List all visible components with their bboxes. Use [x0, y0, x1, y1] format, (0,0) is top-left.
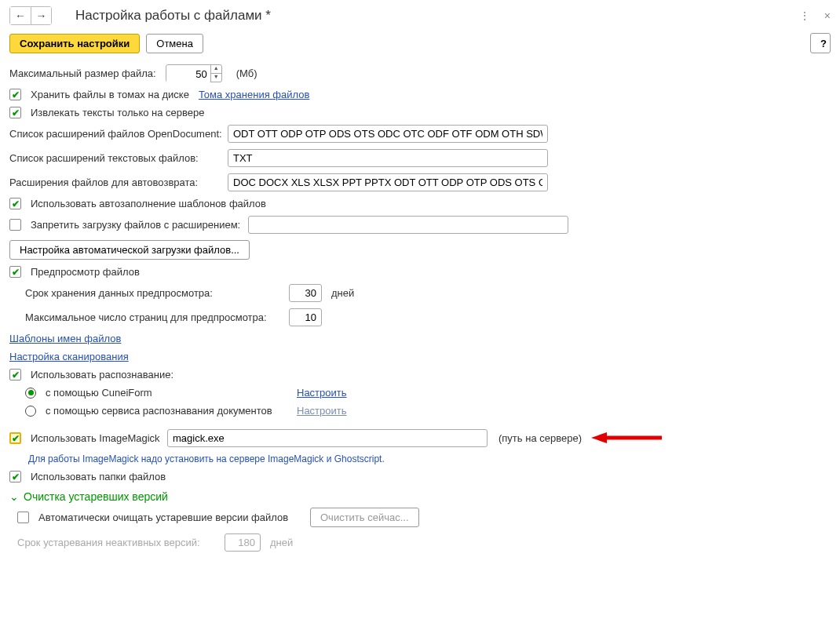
imagemagick-checkbox[interactable] — [9, 432, 21, 444]
use-folders-row: Использовать папки файлов — [9, 468, 831, 486]
rec-cuneiform-row: с помощью CuneiForm Настроить — [9, 384, 831, 402]
imagemagick-path-input[interactable] — [167, 429, 488, 447]
scan-settings-row: Настройка сканирования — [9, 348, 831, 366]
chevron-down-icon: ⌄ — [9, 490, 19, 503]
expiry-input[interactable] — [225, 533, 261, 552]
window-actions: ⋮ × — [799, 9, 831, 22]
autoclean-row: Автоматически очищать устаревшие версии … — [9, 504, 831, 530]
rec-service-radio[interactable] — [25, 406, 36, 417]
autoclean-checkbox[interactable] — [17, 512, 29, 523]
forbid-ext-checkbox[interactable] — [9, 219, 21, 231]
max-filesize-unit: (Мб) — [236, 67, 257, 79]
auto-load-row: Настройка автоматической загрузки файлов… — [9, 237, 831, 263]
use-recognition-label: Использовать распознавание: — [31, 369, 173, 381]
more-icon[interactable]: ⋮ — [799, 9, 810, 22]
store-volumes-row: Хранить файлы в томах на диске Тома хран… — [9, 86, 831, 104]
opendoc-row: Список расширений файлов OpenDocument: — [9, 122, 831, 146]
rec-service-row: с помощью сервиса распознавания документ… — [9, 402, 831, 420]
store-volumes-label: Хранить файлы в томах на диске — [31, 89, 189, 100]
opendoc-input[interactable] — [228, 125, 548, 143]
svg-marker-1 — [591, 432, 607, 443]
expiry-unit: дней — [270, 537, 293, 548]
volumes-link[interactable]: Тома хранения файлов — [199, 89, 309, 100]
max-filesize-label: Максимальный размер файла: — [9, 67, 156, 79]
scan-settings-link[interactable]: Настройка сканирования — [9, 351, 129, 362]
preview-label: Предпросмотр файлов — [31, 266, 140, 278]
preview-maxpages-input[interactable] — [289, 308, 322, 326]
forbid-ext-label: Запретить загрузку файлов с расширением: — [31, 219, 240, 231]
name-templates-row: Шаблоны имен файлов — [9, 330, 831, 348]
imagemagick-row: Использовать ImageMagick (путь на сервер… — [9, 426, 831, 450]
store-volumes-checkbox[interactable] — [9, 89, 21, 100]
rec-cuneiform-label: с помощью CuneiForm — [46, 387, 292, 399]
auto-load-button[interactable]: Настройка автоматической загрузки файлов… — [9, 240, 250, 260]
max-filesize-row: Максимальный размер файла: ▲▼ (Мб) — [9, 61, 831, 86]
rec-cuneiform-configure-link[interactable]: Настроить — [297, 387, 347, 399]
preview-maxpages-label: Максимальное число страниц для предпросм… — [25, 311, 284, 323]
preview-maxpages-row: Максимальное число страниц для предпросм… — [9, 305, 831, 330]
imagemagick-label: Использовать ImageMagick — [31, 432, 163, 444]
title-bar: ← → Настройка работы с файлами * ⋮ × — [9, 3, 831, 31]
cancel-button[interactable]: Отмена — [146, 34, 203, 53]
use-folders-checkbox[interactable] — [9, 471, 21, 482]
preview-row: Предпросмотр файлов — [9, 263, 831, 281]
preview-retain-row: Срок хранения данных предпросмотра: дней — [9, 281, 831, 305]
page-title: Настройка работы с файлами * — [75, 8, 799, 24]
preview-retain-input[interactable] — [289, 284, 322, 302]
clean-now-button[interactable]: Очистить сейчас... — [310, 508, 419, 527]
autorevert-label: Расширения файлов для автовозврата: — [9, 177, 223, 188]
imagemagick-suffix: (путь на сервере) — [499, 432, 582, 444]
textext-row: Список расширений текстовых файлов: — [9, 146, 831, 170]
autoclean-label: Автоматически очищать устаревшие версии … — [38, 512, 305, 523]
template-autofill-checkbox[interactable] — [9, 198, 21, 209]
expiry-row: Срок устаревания неактивных версий: дней — [9, 530, 831, 555]
preview-retain-unit: дней — [331, 287, 354, 299]
autorevert-input[interactable] — [228, 173, 548, 191]
imagemagick-note-row: Для работы ImageMagick надо установить н… — [9, 450, 831, 468]
forbid-ext-input[interactable] — [248, 216, 568, 234]
annotation-arrow — [591, 430, 662, 447]
preview-checkbox[interactable] — [9, 266, 21, 278]
extract-server-label: Извлекать тексты только на сервере — [31, 107, 204, 118]
forbid-ext-row: Запретить загрузку файлов с расширением: — [9, 213, 831, 237]
action-bar: Сохранить настройки Отмена ? — [9, 31, 831, 61]
autorevert-row: Расширения файлов для автовозврата: — [9, 170, 831, 195]
cleanup-title: Очистка устаревших версий — [24, 490, 168, 503]
imagemagick-note: Для работы ImageMagick надо установить н… — [25, 453, 385, 464]
forward-button[interactable]: → — [31, 7, 51, 24]
template-autofill-row: Использовать автозаполнение шаблонов фай… — [9, 195, 831, 213]
max-filesize-input-wrap: ▲▼ — [166, 64, 222, 82]
opendoc-label: Список расширений файлов OpenDocument: — [9, 128, 223, 140]
cleanup-section-toggle[interactable]: ⌄ Очистка устаревших версий — [9, 486, 831, 504]
nav-buttons: ← → — [9, 6, 52, 25]
use-folders-label: Использовать папки файлов — [31, 471, 166, 482]
template-autofill-label: Использовать автозаполнение шаблонов фай… — [31, 198, 266, 209]
extract-server-checkbox[interactable] — [9, 107, 21, 118]
max-filesize-input[interactable] — [166, 65, 210, 83]
back-button[interactable]: ← — [10, 7, 31, 24]
extract-server-row: Извлекать тексты только на сервере — [9, 104, 831, 122]
help-button[interactable]: ? — [810, 33, 831, 53]
rec-service-label: с помощью сервиса распознавания документ… — [46, 405, 292, 417]
preview-retain-label: Срок хранения данных предпросмотра: — [25, 287, 284, 299]
textext-label: Список расширений текстовых файлов: — [9, 152, 223, 164]
name-templates-link[interactable]: Шаблоны имен файлов — [9, 333, 121, 344]
expiry-label: Срок устаревания неактивных версий: — [17, 537, 220, 548]
use-recognition-checkbox[interactable] — [9, 369, 21, 381]
textext-input[interactable] — [228, 149, 548, 167]
rec-service-configure-link[interactable]: Настроить — [297, 405, 347, 417]
max-filesize-spinner[interactable]: ▲▼ — [210, 65, 221, 82]
close-icon[interactable]: × — [824, 9, 831, 22]
save-button[interactable]: Сохранить настройки — [9, 34, 140, 53]
rec-cuneiform-radio[interactable] — [25, 388, 36, 399]
use-recognition-row: Использовать распознавание: — [9, 366, 831, 384]
